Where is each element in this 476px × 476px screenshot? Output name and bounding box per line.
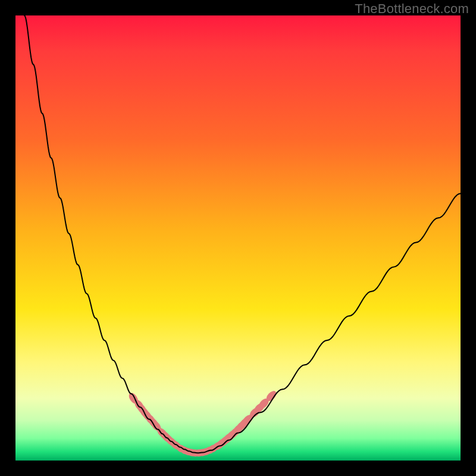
- v-curve: [15, 0, 461, 453]
- watermark-text: TheBottleneck.com: [355, 1, 469, 17]
- bead-markers: [127, 389, 278, 457]
- plot-area: [15, 15, 461, 461]
- chart-frame: TheBottleneck.com: [0, 0, 476, 476]
- chart-svg: [15, 15, 461, 461]
